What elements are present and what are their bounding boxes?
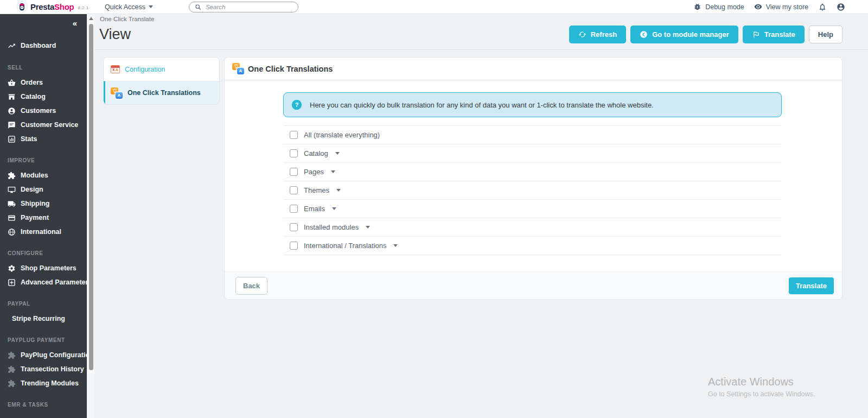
go-to-module-manager-button[interactable]: Go to module manager bbox=[630, 26, 738, 43]
truck-icon bbox=[8, 200, 16, 208]
trending-up-icon bbox=[8, 42, 16, 50]
caret-down-icon[interactable] bbox=[335, 152, 340, 155]
sidebar-section-title-emr-tasks: EMR & TASKS bbox=[0, 401, 87, 409]
panel-title: One Click Translations bbox=[248, 65, 333, 73]
sidebar: « Dashboard SELLOrdersCatalogCustomersCu… bbox=[0, 14, 87, 418]
view-my-store-button[interactable]: View my store bbox=[754, 3, 808, 11]
eye-icon bbox=[754, 3, 762, 11]
panel-header: A One Click Translations bbox=[225, 58, 842, 80]
option-row-all-translate-everything[interactable]: All (translate everything) bbox=[283, 126, 782, 144]
scrollbar-up-arrow[interactable] bbox=[89, 17, 93, 20]
translation-options-list: All (translate everything)CatalogPagesTh… bbox=[283, 125, 782, 255]
sidebar-section-title-configure: CONFIGURE bbox=[0, 250, 87, 257]
checkbox-emails[interactable] bbox=[290, 205, 298, 213]
sidebar-item-payment[interactable]: Payment bbox=[0, 211, 87, 225]
checkbox-all-translate-everything[interactable] bbox=[290, 131, 298, 139]
prestashop-logo[interactable]: PrestaShop 8.2.1 bbox=[0, 1, 87, 12]
globe-icon bbox=[8, 228, 16, 236]
stats-icon bbox=[8, 135, 16, 143]
debug-mode-button[interactable]: Debug mode bbox=[693, 3, 744, 11]
sidebar-item-international[interactable]: International bbox=[0, 225, 87, 239]
caret-down-icon[interactable] bbox=[336, 189, 341, 192]
chat-icon bbox=[8, 121, 16, 129]
tab-one-click-translations[interactable]: AOne Click Translations bbox=[104, 81, 219, 104]
prestashop-mascot-icon bbox=[16, 1, 28, 12]
sidebar-item-transection-history[interactable]: Transection History bbox=[0, 362, 87, 376]
checkbox-international-translations[interactable] bbox=[290, 242, 298, 250]
gear-icon bbox=[8, 264, 16, 273]
caret-down-icon[interactable] bbox=[331, 170, 335, 173]
sidebar-item-orders[interactable]: Orders bbox=[0, 75, 87, 90]
arrow-left-circle-icon bbox=[640, 30, 648, 39]
card-icon bbox=[8, 214, 16, 222]
sidebar-item-stats[interactable]: Stats bbox=[0, 132, 87, 146]
sidebar-item-shipping[interactable]: Shipping bbox=[0, 197, 87, 211]
option-row-international-translations[interactable]: International / Translations bbox=[283, 237, 782, 255]
checkbox-pages[interactable] bbox=[290, 168, 298, 176]
sidebar-sections: SELLOrdersCatalogCustomersCustomer Servi… bbox=[0, 64, 87, 409]
store-icon bbox=[8, 93, 16, 101]
account-icon[interactable] bbox=[837, 3, 845, 11]
sidebar-item-stripe-recurring[interactable]: Stripe Recurring bbox=[0, 312, 87, 326]
search-input[interactable] bbox=[206, 4, 287, 10]
sidebar-item-customer-service[interactable]: Customer Service bbox=[0, 118, 87, 132]
sidebar-item-shop-parameters[interactable]: Shop Parameters bbox=[0, 261, 87, 275]
checkbox-installed-modules[interactable] bbox=[290, 223, 298, 231]
help-button[interactable]: Help bbox=[809, 26, 843, 43]
chevron-down-icon bbox=[149, 5, 153, 8]
option-row-catalog[interactable]: Catalog bbox=[283, 144, 782, 163]
tab-configuration[interactable]: XAConfiguration bbox=[104, 58, 219, 81]
caret-down-icon[interactable] bbox=[332, 207, 336, 210]
refresh-icon bbox=[578, 30, 586, 39]
quick-access-menu[interactable]: Quick Access bbox=[105, 3, 153, 11]
translate-submit-button[interactable]: Translate bbox=[789, 277, 834, 294]
sidebar-item-customers[interactable]: Customers bbox=[0, 104, 87, 118]
sidebar-item-modules[interactable]: Modules bbox=[0, 168, 87, 182]
panel-footer: Back Translate bbox=[225, 271, 842, 299]
option-row-emails[interactable]: Emails bbox=[283, 200, 782, 218]
header-buttons: RefreshGo to module managerTranslateHelp bbox=[569, 26, 843, 43]
translate-bubbles-icon: A bbox=[232, 63, 244, 74]
main-content: One Click Translate View RefreshGo to mo… bbox=[94, 14, 868, 418]
sidebar-item-payplug-configuration[interactable]: PayPlug Configuration bbox=[0, 348, 87, 362]
sidebar-item-trending-modules[interactable]: Trending Modules bbox=[0, 376, 87, 390]
search-box[interactable] bbox=[189, 2, 298, 12]
option-row-installed-modules[interactable]: Installed modules bbox=[283, 218, 782, 237]
notifications-bell-icon[interactable] bbox=[818, 3, 827, 11]
option-row-themes[interactable]: Themes bbox=[283, 181, 782, 200]
sidebar-item-dashboard[interactable]: Dashboard bbox=[0, 38, 87, 53]
windows-activation-watermark: Activate Windows Go to Settings to activ… bbox=[708, 376, 815, 398]
puzzle-gray-icon bbox=[8, 379, 16, 388]
option-row-pages[interactable]: Pages bbox=[283, 163, 782, 181]
scrollbar-thumb[interactable] bbox=[89, 24, 93, 370]
question-circle-icon: ? bbox=[291, 99, 302, 110]
puzzle-icon bbox=[8, 172, 16, 180]
translate-button[interactable]: Translate bbox=[743, 26, 805, 43]
sidebar-item-advanced-parameters[interactable]: Advanced Parameters bbox=[0, 275, 87, 289]
page-title: View bbox=[99, 26, 131, 43]
checkbox-catalog[interactable] bbox=[290, 149, 298, 157]
caret-down-icon[interactable] bbox=[366, 226, 370, 229]
refresh-button[interactable]: Refresh bbox=[569, 26, 626, 43]
sidebar-section-title-improve: IMPROVE bbox=[0, 157, 87, 164]
svg-text:?: ? bbox=[295, 102, 299, 108]
page-header: One Click Translate View RefreshGo to mo… bbox=[94, 14, 868, 50]
monitor-icon bbox=[8, 186, 16, 194]
puzzle-gray-icon bbox=[8, 365, 16, 373]
flag-icon bbox=[752, 30, 760, 39]
back-button[interactable]: Back bbox=[235, 277, 267, 295]
basket-icon bbox=[8, 79, 16, 87]
translate-bubbles-icon: A bbox=[111, 87, 123, 99]
config-window-icon: XA bbox=[111, 65, 120, 73]
panel-body: ? Here you can quickly do bulk translati… bbox=[225, 80, 842, 271]
sidebar-item-design[interactable]: Design bbox=[0, 182, 87, 197]
vertical-scrollbar[interactable] bbox=[87, 14, 94, 418]
caret-down-icon[interactable] bbox=[393, 244, 398, 247]
brand-name: PrestaShop bbox=[30, 2, 74, 11]
sidebar-item-catalog[interactable]: Catalog bbox=[0, 90, 87, 104]
bug-icon bbox=[693, 3, 701, 11]
breadcrumb[interactable]: One Click Translate bbox=[100, 16, 154, 22]
sidebar-collapse-button[interactable]: « bbox=[73, 20, 77, 27]
search-icon bbox=[195, 4, 201, 10]
checkbox-themes[interactable] bbox=[290, 186, 298, 194]
